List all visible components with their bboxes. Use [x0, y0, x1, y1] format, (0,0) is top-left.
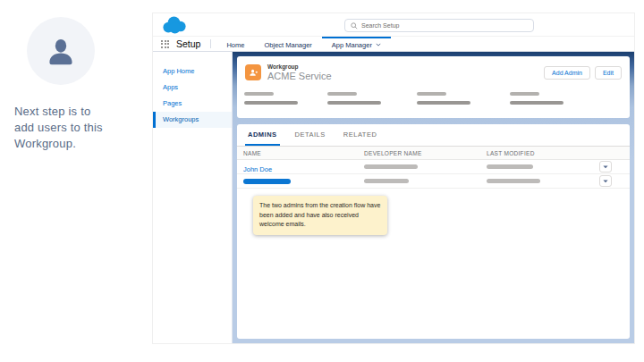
highlights-fields: [237, 92, 630, 112]
table-row: [237, 174, 630, 189]
chevron-down-icon: [376, 43, 381, 46]
search-icon: [351, 22, 358, 29]
admin-name-placeholder: [243, 179, 291, 184]
salesforce-setup-window: Setup Home Object Manager App Manager Ap…: [152, 13, 635, 344]
tab-related[interactable]: RELATED: [341, 124, 380, 146]
table-row: John Doe: [237, 160, 630, 174]
sidebar-item-workgroups[interactable]: Workgroups: [153, 112, 232, 128]
salesforce-logo-icon: [160, 15, 189, 35]
record-header-card: Workgroup ACME Service Add Admin Edit: [237, 56, 630, 118]
admin-name-link[interactable]: John Doe: [243, 165, 272, 173]
tab-label: App Manager: [332, 41, 372, 49]
setup-sidebar: App Home Apps Pages Workgroups: [153, 52, 233, 343]
nav-tabs: Home Object Manager App Manager: [216, 37, 390, 51]
field-placeholder: [510, 92, 564, 105]
column-header-last-modified: LAST MODIFIED: [487, 150, 599, 156]
last-modified-placeholder: [487, 164, 533, 169]
tab-object-manager[interactable]: Object Manager: [254, 37, 321, 51]
edit-button[interactable]: Edit: [595, 66, 622, 80]
presenter-caption: Next step is to add users to this Workgr…: [14, 104, 103, 152]
search-input[interactable]: [361, 22, 528, 29]
app-launcher-icon[interactable]: [161, 40, 169, 48]
global-header: [153, 13, 634, 37]
caption-line: Workgroup.: [14, 136, 103, 152]
developer-name-placeholder: [364, 179, 409, 183]
sidebar-item-pages[interactable]: Pages: [153, 96, 232, 112]
row-actions-button[interactable]: [599, 161, 612, 173]
field-placeholder: [244, 92, 298, 105]
tab-admins[interactable]: ADMINS: [245, 124, 280, 146]
workgroup-glyph-icon: [249, 68, 258, 78]
tab-home[interactable]: Home: [216, 37, 254, 51]
developer-name-placeholder: [364, 164, 418, 169]
chevron-down-icon: [603, 165, 608, 169]
chevron-down-icon: [603, 180, 608, 183]
caption-line: add users to this: [14, 120, 103, 136]
caption-line: Next step is to: [14, 104, 103, 120]
setup-nav-bar: Setup Home Object Manager App Manager: [153, 37, 634, 52]
tab-app-manager[interactable]: App Manager: [322, 37, 391, 51]
detail-tabs: ADMINS DETAILS RELATED: [237, 124, 630, 147]
field-placeholder: [417, 92, 470, 105]
column-header-name: NAME: [237, 150, 364, 156]
setup-app-label: Setup: [176, 38, 200, 49]
row-actions-button[interactable]: [599, 175, 612, 187]
tab-details[interactable]: DETAILS: [292, 124, 328, 146]
record-detail-card: ADMINS DETAILS RELATED NAME DEVELOPER NA…: [237, 124, 630, 339]
global-search[interactable]: [344, 19, 534, 32]
nav-divider: [210, 39, 211, 48]
sidebar-item-app-home[interactable]: App Home: [153, 63, 232, 80]
entity-label: Workgroup: [267, 63, 332, 70]
record-title: ACME Service: [267, 71, 332, 81]
main-region: Workgroup ACME Service Add Admin Edit: [233, 52, 634, 343]
walkthrough-tooltip: The two admins from the creation flow ha…: [253, 196, 387, 235]
column-header-developer-name: DEVELOPER NAME: [364, 150, 487, 156]
presenter-avatar: [27, 17, 95, 85]
workgroup-entity-icon: [245, 64, 261, 80]
tab-label: Object Manager: [264, 41, 311, 49]
add-admin-button[interactable]: Add Admin: [544, 66, 590, 80]
field-placeholder: [327, 92, 381, 105]
record-title-block: Workgroup ACME Service: [267, 63, 332, 81]
tab-label: Home: [226, 41, 244, 49]
person-icon: [45, 35, 77, 67]
record-title-row: Workgroup ACME Service Add Admin Edit: [237, 56, 630, 88]
last-modified-placeholder: [487, 179, 540, 183]
app-body: App Home Apps Pages Workgroups: [153, 52, 634, 343]
sidebar-item-apps[interactable]: Apps: [153, 80, 232, 96]
